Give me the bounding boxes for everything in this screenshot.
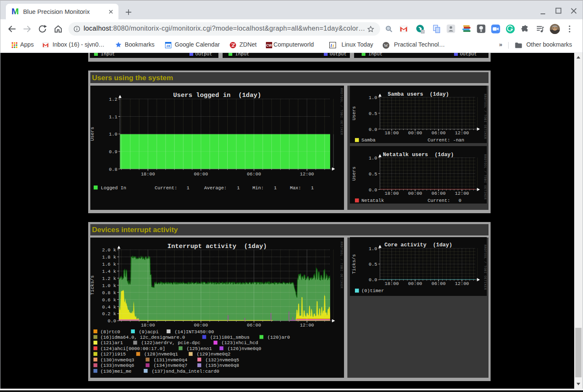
svg-text:W: W <box>384 43 388 48</box>
svg-text:28: 28 <box>166 44 170 48</box>
svg-text:?: ? <box>422 30 424 34</box>
svg-text:CW: CW <box>266 43 272 47</box>
